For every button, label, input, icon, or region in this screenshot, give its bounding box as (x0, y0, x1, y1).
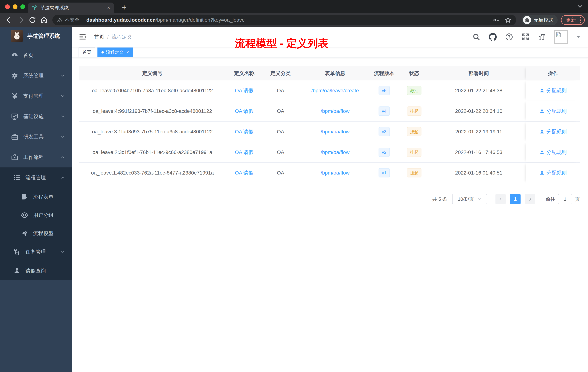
definition-table: 定义编号 定义名称 定义分类 表单信息 流程版本 状态 部署时间 操作 oa_l… (79, 66, 580, 183)
paper-plane-icon (21, 230, 28, 237)
breadcrumb-current: 流程定义 (112, 33, 132, 40)
assign-rule-action[interactable]: 分配规则 (526, 101, 580, 121)
assign-rule-action[interactable]: 分配规则 (526, 163, 580, 183)
assign-rule-action[interactable]: 分配规则 (526, 121, 580, 142)
version-badge: v5 (378, 86, 390, 95)
form-link[interactable]: /bpm/oa/flow (299, 149, 371, 155)
sidebar-item-infrastructure[interactable]: 基础设施 (0, 106, 72, 127)
chrome-update-button[interactable]: 更新 (561, 15, 585, 25)
sidebar-item-process-model[interactable]: 流程模型 (0, 224, 72, 242)
definition-name-link[interactable]: OA 请假 (226, 87, 262, 94)
page-size-select[interactable]: 10条/页 (452, 194, 487, 204)
form-link[interactable]: /bpm/oa/flow (299, 108, 371, 114)
close-window-button[interactable] (5, 4, 10, 9)
bookmark-star-icon[interactable] (504, 17, 512, 23)
pagination: 共 5 条 10条/页 1 前往 页 (79, 194, 580, 204)
table-row: oa_leave:4:991f2193-7b7f-11ec-a3c8-acde4… (79, 101, 580, 121)
person-icon (539, 170, 545, 175)
definition-name-link[interactable]: OA 请假 (226, 108, 262, 115)
definition-category: OA (262, 88, 299, 94)
reload-icon[interactable] (28, 16, 36, 24)
person-icon (539, 109, 545, 114)
status-badge: 挂起 (407, 148, 421, 157)
table-row: oa_leave:2:3c1f0ef1-76b1-11ec-9c66-a2380… (79, 142, 580, 163)
url-host: dashboard.yudao.iocoder.cn (86, 17, 156, 23)
sidebar-fold-icon[interactable] (79, 33, 86, 41)
sidebar-item-process-form[interactable]: 流程表单 (0, 188, 72, 206)
deploy-time: 2022-01-22 21:48:38 (431, 88, 526, 94)
assign-rule-action[interactable]: 分配规则 (526, 80, 580, 101)
version-badge: v1 (378, 168, 390, 177)
tab-search-chevron-icon[interactable] (577, 3, 583, 10)
chevron-up-icon (60, 175, 65, 180)
definition-name-link[interactable]: OA 请假 (226, 149, 262, 156)
home-icon[interactable] (40, 16, 48, 24)
form-link[interactable]: /bpm/oa/leave/create (299, 88, 371, 94)
address-bar[interactable]: 不安全 dashboard.yudao.iocoder.cn/bpm/manag… (52, 15, 516, 25)
goto-label: 前往 (546, 196, 555, 202)
security-label[interactable]: 不安全 (65, 17, 79, 23)
app-navbar: 首页 / 流程定义 (72, 27, 588, 47)
browser-menu-icon[interactable] (580, 17, 581, 23)
sidebar-item-workflow[interactable]: 工作流程 (0, 147, 72, 167)
new-tab-button[interactable]: + (120, 3, 129, 12)
form-link[interactable]: /bpm/oa/flow (299, 129, 371, 135)
logo-avatar (11, 30, 23, 42)
user-avatar[interactable] (554, 30, 568, 44)
font-size-icon[interactable] (538, 33, 546, 41)
tag-close-icon[interactable]: × (126, 50, 129, 55)
chevron-down-icon (60, 73, 65, 78)
page-content: 定义编号 定义名称 定义分类 表单信息 流程版本 状态 部署时间 操作 oa_l… (72, 58, 588, 372)
page-number-1[interactable]: 1 (510, 194, 521, 204)
sidebar-item-task-management[interactable]: 任务管理 (0, 242, 72, 261)
forward-icon[interactable] (17, 16, 25, 24)
next-page-button[interactable] (525, 194, 535, 204)
form-link[interactable]: /bpm/oa/flow (299, 170, 371, 176)
definition-category: OA (262, 108, 299, 114)
url-text[interactable]: dashboard.yudao.iocoder.cn/bpm/manager/d… (86, 17, 489, 23)
not-secure-warning-icon[interactable] (57, 17, 63, 23)
tab-close-icon[interactable]: × (107, 5, 110, 11)
tag-process-definition[interactable]: 流程定义 × (97, 47, 133, 57)
fullscreen-icon[interactable] (521, 33, 529, 41)
definition-id: oa_leave:1:482ec033-762a-11ec-8477-a2380… (79, 170, 226, 176)
breadcrumb-home[interactable]: 首页 (94, 33, 104, 40)
tag-home[interactable]: 首页 (79, 47, 95, 57)
workflow-submenu: 流程管理 流程表单 用户分组 流程模型 任务管理 (0, 167, 72, 280)
definition-id: oa_leave:4:991f2193-7b7f-11ec-a3c8-acde4… (79, 108, 226, 114)
password-key-icon[interactable] (493, 17, 499, 23)
sidebar-item-process-management[interactable]: 流程管理 (0, 167, 72, 188)
definition-name-link[interactable]: OA 请假 (226, 169, 262, 176)
table-row: oa_leave:1:482ec033-762a-11ec-8477-a2380… (79, 163, 580, 183)
caret-down-icon[interactable] (576, 34, 581, 39)
monitor-icon (11, 113, 19, 120)
broken-image-icon (556, 32, 562, 38)
browser-tab[interactable]: 芋道管理系统 × (28, 2, 114, 13)
help-icon[interactable] (505, 33, 513, 41)
search-icon[interactable] (472, 33, 480, 41)
assign-rule-action[interactable]: 分配规则 (526, 142, 580, 162)
back-icon[interactable] (5, 16, 13, 24)
sidebar-item-leave-query[interactable]: 请假查询 (0, 261, 72, 280)
definition-name-link[interactable]: OA 请假 (226, 128, 262, 135)
sidebar-item-user-group[interactable]: 用户分组 (0, 206, 72, 224)
pagination-total: 共 5 条 (432, 196, 447, 202)
github-icon[interactable] (489, 33, 497, 41)
minimize-window-button[interactable] (13, 4, 17, 9)
sidebar-item-payment[interactable]: 支付管理 (0, 86, 72, 106)
app-title: 芋道管理系统 (27, 33, 60, 40)
update-label[interactable]: 更新 (566, 17, 576, 23)
chevron-down-icon (60, 250, 65, 254)
sidebar-item-home[interactable]: 首页 (0, 45, 72, 66)
goto-page-input[interactable] (558, 194, 572, 204)
table-row: oa_leave:5:004b710b-7b8a-11ec-8ef0-acde4… (79, 80, 580, 101)
browser-tabstrip: 芋道管理系统 × + (0, 0, 588, 13)
definition-id: oa_leave:5:004b710b-7b8a-11ec-8ef0-acde4… (79, 88, 226, 94)
sidebar-item-dev-tools[interactable]: 研发工具 (0, 127, 72, 147)
zoom-window-button[interactable] (20, 4, 25, 9)
navbar-actions (472, 30, 581, 44)
status-badge: 挂起 (407, 127, 421, 136)
prev-page-button[interactable] (495, 194, 506, 204)
sidebar-item-system[interactable]: 系统管理 (0, 66, 72, 86)
site-favicon-icon (32, 5, 37, 11)
